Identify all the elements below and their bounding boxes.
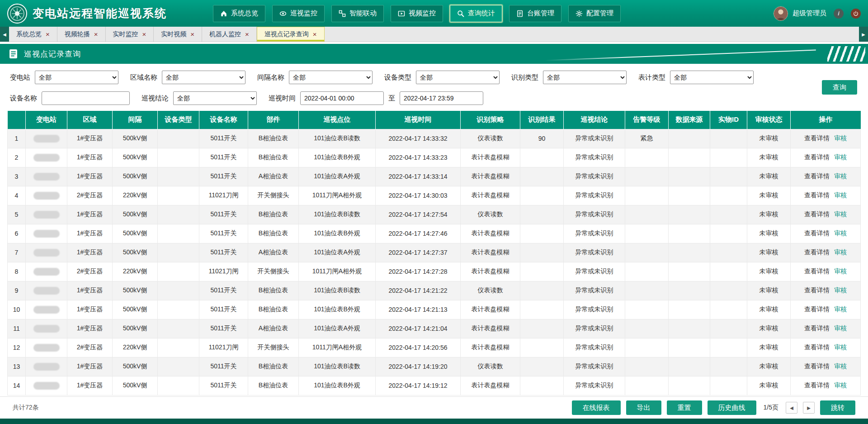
online-report-button[interactable]: 在线报表	[572, 400, 621, 415]
audit-link[interactable]: 审核	[834, 343, 847, 351]
audit-link[interactable]: 审核	[834, 324, 847, 332]
audit-link[interactable]: 审核	[834, 210, 847, 218]
nav-button-查询统计[interactable]: 查询统计	[450, 5, 502, 22]
logout-power-icon[interactable]	[851, 9, 861, 19]
tab-视频轮播[interactable]: 视频轮播×	[57, 27, 106, 42]
cell: 表计表盘模糊	[461, 243, 520, 262]
audit-link[interactable]: 审核	[834, 153, 847, 161]
audit-link[interactable]: 审核	[834, 381, 847, 389]
cell: 2022-04-17 14:20:56	[376, 338, 461, 357]
title-deco-stripes	[827, 46, 865, 62]
audit-link[interactable]: 审核	[834, 267, 847, 275]
cell: B相油位表	[248, 281, 299, 300]
view-detail-link[interactable]: 查看详情	[804, 362, 830, 370]
cell: 未审核	[747, 148, 791, 167]
time-to-input[interactable]	[400, 91, 483, 105]
nav-button-视频监控[interactable]: 视频监控	[391, 5, 443, 22]
cell: 异常或未识别	[564, 338, 625, 357]
next-page-icon[interactable]: ▶	[803, 402, 815, 414]
tab-实时视频[interactable]: 实时视频×	[154, 27, 202, 42]
time-from-input[interactable]	[300, 91, 384, 105]
tab-close-icon[interactable]: ×	[245, 31, 249, 38]
nav-button-巡视监控[interactable]: 巡视监控	[272, 5, 325, 22]
cell	[669, 167, 710, 186]
prev-page-icon[interactable]: ◀	[786, 402, 797, 414]
tab-系统总览[interactable]: 系统总览×	[9, 27, 57, 42]
bay-name-select[interactable]: 全部	[289, 71, 373, 84]
audit-link[interactable]: 审核	[834, 229, 847, 237]
region-name-select[interactable]: 全部	[162, 71, 245, 84]
cell: 2022-04-17 14:27:28	[376, 262, 461, 281]
station-select[interactable]: 全部	[35, 71, 118, 84]
tab-实时监控[interactable]: 实时监控×	[106, 27, 154, 42]
brand: 变电站远程智能巡视系统	[7, 4, 213, 24]
view-detail-link[interactable]: 查看详情	[804, 324, 830, 332]
view-detail-link[interactable]: 查看详情	[804, 191, 830, 199]
cell	[520, 262, 564, 281]
tab-巡视点记录查询[interactable]: 巡视点记录查询×	[257, 27, 325, 42]
tab-scroll-left-icon[interactable]: ◂	[0, 27, 9, 42]
cell	[158, 300, 199, 319]
conclusion-select[interactable]: 全部	[173, 91, 257, 105]
redacted-station	[33, 173, 60, 181]
redacted-station	[33, 306, 60, 314]
view-detail-link[interactable]: 查看详情	[804, 305, 830, 313]
reset-button[interactable]: 重置	[667, 400, 702, 415]
cell: 表计表盘模糊	[461, 338, 520, 357]
device-name-input[interactable]	[42, 91, 130, 105]
cell	[710, 224, 747, 243]
nav-button-智能联动[interactable]: 智能联动	[331, 5, 384, 22]
recognition-type-select[interactable]: 全部	[543, 71, 627, 84]
view-detail-link[interactable]: 查看详情	[804, 134, 830, 142]
audit-link[interactable]: 审核	[834, 286, 847, 294]
view-detail-link[interactable]: 查看详情	[804, 381, 830, 389]
cell-station	[26, 205, 67, 224]
column-header: 设备类型	[158, 111, 199, 129]
info-icon[interactable]: i	[834, 9, 844, 19]
cell: 仪表读数	[461, 357, 520, 376]
table-header-row: 变电站区域间隔设备类型设备名称部件巡视点位巡视时间识别策略识别结果巡视结论告警等…	[8, 111, 861, 129]
user-avatar[interactable]	[774, 6, 788, 21]
cell	[710, 205, 747, 224]
table-row: 42#变压器220kV侧11021刀闸开关侧接头1011刀闸A相外观2022-0…	[8, 186, 861, 205]
nav-button-台账管理[interactable]: 台账管理	[509, 5, 561, 22]
view-detail-link[interactable]: 查看详情	[804, 267, 830, 275]
tab-机器人监控[interactable]: 机器人监控×	[202, 27, 257, 42]
tab-scroll-right-icon[interactable]: ▸	[859, 27, 868, 42]
view-detail-link[interactable]: 查看详情	[804, 343, 830, 351]
meter-type-select[interactable]: 全部	[670, 71, 754, 84]
device-type-select[interactable]: 全部	[416, 71, 500, 84]
cell	[520, 319, 564, 338]
query-button[interactable]: 查询	[822, 80, 857, 95]
export-button[interactable]: 导出	[626, 400, 661, 415]
cell: 13	[8, 357, 26, 376]
view-detail-link[interactable]: 查看详情	[804, 172, 830, 180]
tab-close-icon[interactable]: ×	[142, 31, 146, 38]
view-detail-link[interactable]: 查看详情	[804, 286, 830, 294]
tab-label: 视频轮播	[65, 30, 90, 38]
tab-close-icon[interactable]: ×	[94, 31, 98, 38]
nav-button-配置管理[interactable]: 配置管理	[568, 5, 621, 22]
history-curve-button[interactable]: 历史曲线	[708, 400, 756, 415]
cell	[625, 243, 669, 262]
cell: 101油位表B外观	[299, 224, 376, 243]
tab-close-icon[interactable]: ×	[190, 31, 194, 38]
tab-close-icon[interactable]: ×	[313, 31, 317, 38]
jump-button[interactable]: 跳转	[820, 400, 855, 415]
audit-link[interactable]: 审核	[834, 191, 847, 199]
view-detail-link[interactable]: 查看详情	[804, 153, 830, 161]
audit-link[interactable]: 审核	[834, 248, 847, 256]
audit-link[interactable]: 审核	[834, 134, 847, 142]
view-detail-link[interactable]: 查看详情	[804, 248, 830, 256]
cell: 7	[8, 243, 26, 262]
cell: 3	[8, 167, 26, 186]
audit-link[interactable]: 审核	[834, 305, 847, 313]
audit-link[interactable]: 审核	[834, 172, 847, 180]
tab-close-icon[interactable]: ×	[46, 31, 50, 38]
cell	[669, 224, 710, 243]
audit-link[interactable]: 审核	[834, 362, 847, 370]
nav-button-系统总览[interactable]: 系统总览	[213, 5, 265, 22]
cell-actions: 查看详情审核	[791, 281, 861, 300]
view-detail-link[interactable]: 查看详情	[804, 210, 830, 218]
view-detail-link[interactable]: 查看详情	[804, 229, 830, 237]
